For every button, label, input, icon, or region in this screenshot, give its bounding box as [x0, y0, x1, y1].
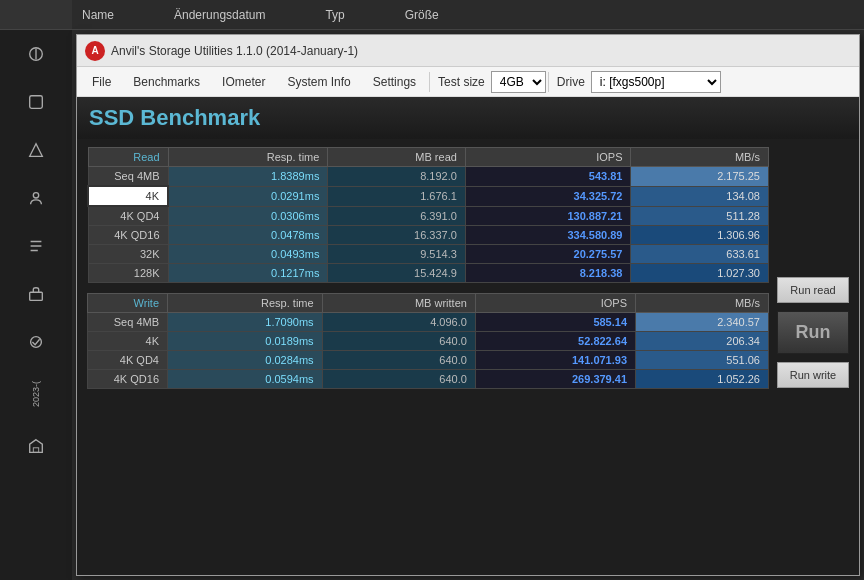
svg-point-5 — [31, 337, 42, 348]
run-write-button[interactable]: Run write — [777, 362, 849, 388]
read-col-mb: MB read — [328, 148, 465, 167]
row-iops: 34.325.72 — [465, 186, 631, 206]
row-mb: 15.424.9 — [328, 264, 465, 283]
read-header-row: Read Resp. time MB read IOPS MB/s — [88, 148, 769, 167]
row-resp: 0.0493ms — [168, 245, 328, 264]
menu-system-info[interactable]: System Info — [276, 70, 361, 94]
row-iops: 20.275.57 — [465, 245, 631, 264]
table-row: 4K QD4 0.0284ms 640.0 141.071.93 551.06 — [88, 351, 769, 370]
row-iops: 543.81 — [465, 167, 631, 187]
main-area: Name Änderungsdatum Typ Größe A Anvil's … — [72, 0, 864, 580]
row-mbs: 206.34 — [636, 332, 769, 351]
menu-benchmarks[interactable]: Benchmarks — [122, 70, 211, 94]
sidebar-icon-5[interactable] — [16, 226, 56, 266]
row-label: Seq 4MB — [88, 167, 168, 187]
test-size-combo[interactable]: 4GB — [491, 71, 546, 93]
menu-sep-1 — [429, 72, 430, 92]
svg-point-3 — [33, 193, 38, 198]
sidebar-icon-7[interactable] — [16, 322, 56, 362]
row-resp: 0.0594ms — [168, 370, 323, 389]
row-resp: 0.0284ms — [168, 351, 323, 370]
row-label: Seq 4MB — [88, 313, 168, 332]
row-mbs: 2.340.57 — [636, 313, 769, 332]
row-iops: 52.822.64 — [475, 332, 635, 351]
read-col-resp: Resp. time — [168, 148, 328, 167]
read-table: Read Resp. time MB read IOPS MB/s Seq 4M… — [87, 147, 769, 283]
page-title: SSD Benchmark — [89, 105, 847, 131]
svg-rect-4 — [30, 292, 43, 300]
read-header-label: Read — [88, 148, 168, 167]
col-date: Änderungsdatum — [174, 8, 265, 22]
right-buttons: Run read Run Run write — [769, 147, 849, 567]
drive-label: Drive — [551, 71, 591, 93]
title-bar: A Anvil's Storage Utilities 1.1.0 (2014-… — [77, 35, 859, 67]
write-col-mb: MB written — [322, 294, 475, 313]
drive-combo[interactable]: i: [fxgs500p] — [591, 71, 721, 93]
row-resp: 0.0189ms — [168, 332, 323, 351]
row-resp: 0.0291ms — [168, 186, 328, 206]
row-iops: 8.218.38 — [465, 264, 631, 283]
app-title: Anvil's Storage Utilities 1.1.0 (2014-Ja… — [111, 44, 358, 58]
row-mbs: 2.175.25 — [631, 167, 769, 187]
row-resp: 0.0306ms — [168, 206, 328, 226]
table-row: 32K 0.0493ms 9.514.3 20.275.57 633.61 — [88, 245, 769, 264]
row-mbs: 1.052.26 — [636, 370, 769, 389]
table-row: 4K QD4 0.0306ms 6.391.0 130.887.21 511.2… — [88, 206, 769, 226]
row-mb: 8.192.0 — [328, 167, 465, 187]
row-mbs: 1.306.96 — [631, 226, 769, 245]
sidebar-icon-1[interactable] — [16, 34, 56, 74]
menu-iometer[interactable]: IOmeter — [211, 70, 276, 94]
sidebar-top — [0, 0, 72, 30]
row-iops: 130.887.21 — [465, 206, 631, 226]
svg-rect-2 — [30, 96, 43, 109]
menu-bar: File Benchmarks IOmeter System Info Sett… — [77, 67, 859, 97]
sidebar-icon-4[interactable] — [16, 178, 56, 218]
write-col-iops: IOPS — [475, 294, 635, 313]
table-row: 4K 0.0189ms 640.0 52.822.64 206.34 — [88, 332, 769, 351]
table-row: 128K 0.1217ms 15.424.9 8.218.38 1.027.30 — [88, 264, 769, 283]
write-col-resp: Resp. time — [168, 294, 323, 313]
row-resp: 1.7090ms — [168, 313, 323, 332]
write-col-mbs: MB/s — [636, 294, 769, 313]
page-title-bar: SSD Benchmark — [77, 97, 859, 139]
row-mbs: 551.06 — [636, 351, 769, 370]
row-mb: 640.0 — [322, 332, 475, 351]
row-label: 128K — [88, 264, 168, 283]
sidebar-icon-8[interactable] — [16, 426, 56, 466]
row-resp: 0.0478ms — [168, 226, 328, 245]
menu-sep-2 — [548, 72, 549, 92]
menu-file[interactable]: File — [81, 70, 122, 94]
app-window: A Anvil's Storage Utilities 1.1.0 (2014-… — [76, 34, 860, 576]
row-mbs: 633.61 — [631, 245, 769, 264]
tables-section: Read Resp. time MB read IOPS MB/s Seq 4M… — [87, 147, 769, 567]
row-label: 32K — [88, 245, 168, 264]
row-label: 4K QD4 — [88, 206, 168, 226]
sidebar-icon-2[interactable] — [16, 82, 56, 122]
row-mb: 6.391.0 — [328, 206, 465, 226]
sidebar-icon-6[interactable] — [16, 274, 56, 314]
sidebar-icon-2023: 2023-( — [16, 374, 56, 414]
app-icon: A — [85, 41, 105, 61]
row-iops: 585.14 — [475, 313, 635, 332]
read-col-iops: IOPS — [465, 148, 631, 167]
row-resp: 1.8389ms — [168, 167, 328, 187]
sidebar-icon-3[interactable] — [16, 130, 56, 170]
row-mb: 16.337.0 — [328, 226, 465, 245]
row-mb: 640.0 — [322, 351, 475, 370]
row-iops: 141.071.93 — [475, 351, 635, 370]
col-name: Name — [82, 8, 114, 22]
test-size-select[interactable]: 4GB — [491, 71, 546, 93]
row-mbs: 134.08 — [631, 186, 769, 206]
row-mb: 640.0 — [322, 370, 475, 389]
table-row: 4K 0.0291ms 1.676.1 34.325.72 134.08 — [88, 186, 769, 206]
col-type: Typ — [325, 8, 344, 22]
drive-select[interactable]: i: [fxgs500p] — [591, 71, 721, 93]
run-button[interactable]: Run — [777, 311, 849, 354]
table-row: 4K QD16 0.0478ms 16.337.0 334.580.89 1.3… — [88, 226, 769, 245]
row-iops: 269.379.41 — [475, 370, 635, 389]
write-header-label: Write — [88, 294, 168, 313]
menu-settings[interactable]: Settings — [362, 70, 427, 94]
row-mb: 1.676.1 — [328, 186, 465, 206]
explorer-header: Name Änderungsdatum Typ Größe — [72, 0, 864, 30]
run-read-button[interactable]: Run read — [777, 277, 849, 303]
